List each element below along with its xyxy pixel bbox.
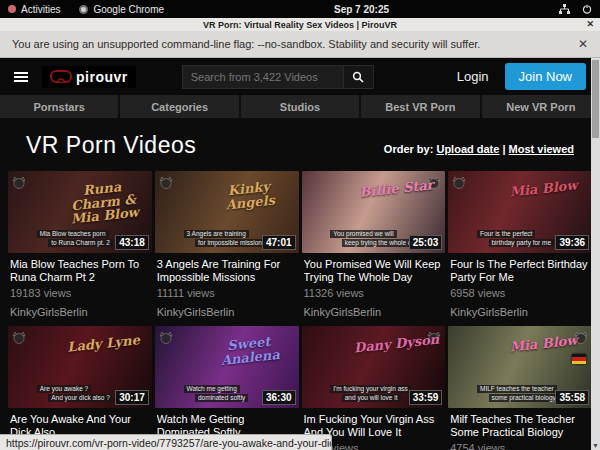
video-duration-badge: 35:58 xyxy=(555,390,589,405)
video-card[interactable]: Mia Blow MILF teaches the teacher some p… xyxy=(448,326,592,450)
video-studio-link[interactable]: KinkyGirlsBerlin xyxy=(450,306,590,318)
video-thumbnail[interactable]: Dany Dyson I'm fucking your virgin ass a… xyxy=(302,326,446,408)
video-duration-badge: 25:03 xyxy=(409,235,443,250)
nav-item-categories[interactable]: Categories xyxy=(120,95,238,118)
video-views: 4754 views xyxy=(450,442,590,450)
site-logo[interactable]: pirouvr xyxy=(42,66,136,88)
clock[interactable]: Sep 7 20:25 xyxy=(169,4,554,15)
video-studio-link[interactable]: KinkyGirlsBerlin xyxy=(10,306,150,318)
video-thumbnail[interactable]: Kinky Angels 3 Angels are training for i… xyxy=(155,171,299,253)
video-thumbnail[interactable]: Mia Blow MILF teaches the teacher some p… xyxy=(448,326,592,408)
thumbnail-caption-line2: for impossible missions xyxy=(195,239,268,247)
order-by-label: Order by: xyxy=(384,143,434,155)
order-link-most-viewed[interactable]: Most viewed xyxy=(509,143,574,155)
video-studio-link[interactable]: KinkyGirlsBerlin xyxy=(304,306,444,318)
order-by-controls: Order by: Upload date | Most viewed xyxy=(384,143,574,155)
thumbnail-caption-line2: and you will love it xyxy=(342,394,401,402)
warning-message: You are using an unsupported command-lin… xyxy=(12,38,480,50)
warning-close-icon[interactable]: ✕ xyxy=(578,37,588,51)
page-title: VR Porn Videos xyxy=(26,132,196,159)
thumbnail-overlay-name: Dany Dyson xyxy=(352,333,442,356)
tab-title: VR Porn: Virtual Reality Sex Videos | Pi… xyxy=(203,20,397,30)
chrome-icon xyxy=(79,5,88,14)
video-title-link[interactable]: Milf Teaches The Teacher Some Practical … xyxy=(450,413,590,439)
video-views: 19183 views xyxy=(10,287,150,299)
network-icon[interactable] xyxy=(559,4,570,14)
studio-watermark-icon xyxy=(12,175,26,193)
activities-button[interactable]: Activities xyxy=(8,4,60,15)
system-top-bar: Activities Google Chrome Sep 7 20:25 xyxy=(0,0,600,18)
nav-item-best-vr-porn[interactable]: Best VR Porn xyxy=(361,95,479,118)
studio-watermark-icon xyxy=(452,175,466,193)
activities-indicator-icon xyxy=(8,5,16,13)
thumbnail-caption-line1: Mia Blow teaches porn xyxy=(37,230,109,238)
video-card[interactable]: Mia Blow Four is the perfect birthday pa… xyxy=(448,171,592,318)
video-card[interactable]: Lady Lyne Are you awake ? And your dick … xyxy=(8,326,152,450)
thumbnail-caption-line2: to Runa Charm pt. 2 xyxy=(48,239,113,247)
thumbnail-caption-line1: Four is the perfect xyxy=(477,230,535,238)
video-thumbnail[interactable]: Sweet Analena Watch me getting dominated… xyxy=(155,326,299,408)
video-card[interactable]: Kinky Angels 3 Angels are training for i… xyxy=(155,171,299,318)
app-menu-label: Google Chrome xyxy=(93,4,164,15)
video-card[interactable]: Sweet Analena Watch me getting dominated… xyxy=(155,326,299,450)
video-title-link[interactable]: Mia Blow Teaches Porn To Runa Charm Pt 2 xyxy=(10,258,150,284)
thumbnail-overlay-name: Mia Blow xyxy=(498,333,588,356)
menu-icon[interactable] xyxy=(14,72,28,82)
video-title-link[interactable]: You Promised We Will Keep Trying The Who… xyxy=(304,258,444,284)
studio-watermark-icon xyxy=(159,175,173,193)
order-separator: | xyxy=(499,143,508,155)
vr-headset-icon xyxy=(50,70,72,83)
video-views: 6958 views xyxy=(450,287,590,299)
video-title-link[interactable]: Four Is The Perfect Birthday Party For M… xyxy=(450,258,590,284)
browser-tab-bar: VR Porn: Virtual Reality Sex Videos | Pi… xyxy=(0,18,600,31)
tab-close-icon[interactable]: ✕ xyxy=(586,18,594,31)
video-views: 11111 views xyxy=(157,287,297,299)
video-thumbnail[interactable]: Billie Star You promised we will keep tr… xyxy=(302,171,446,253)
search-icon xyxy=(352,71,364,83)
scroll-down-arrow-icon[interactable]: ▼ xyxy=(591,441,600,450)
video-thumbnail[interactable]: Runa Charm & Mia Blow Mia Blow teaches p… xyxy=(8,171,152,253)
nav-item-studios[interactable]: Studios xyxy=(241,95,359,118)
order-link-upload-date[interactable]: Upload date xyxy=(436,143,499,155)
page-scrollbar[interactable]: ▼ xyxy=(591,58,600,450)
video-duration-badge: 33:59 xyxy=(409,390,443,405)
search-button[interactable] xyxy=(344,65,374,89)
thumbnail-caption-line1: Are you awake ? xyxy=(37,385,91,393)
status-url-tooltip: https://pirouvr.com/vr-porn-video/779325… xyxy=(0,434,332,450)
video-thumbnail[interactable]: Lady Lyne Are you awake ? And your dick … xyxy=(8,326,152,408)
search-input[interactable] xyxy=(182,65,344,89)
app-menu-google-chrome[interactable]: Google Chrome xyxy=(79,4,164,15)
nav-item-new-vr-porn[interactable]: New VR Porn xyxy=(482,95,600,118)
power-icon[interactable] xyxy=(582,4,592,14)
join-now-button[interactable]: Join Now xyxy=(505,63,586,90)
video-duration-badge: 43:18 xyxy=(115,235,149,250)
video-card[interactable]: Runa Charm & Mia Blow Mia Blow teaches p… xyxy=(8,171,152,318)
scrollbar-thumb[interactable] xyxy=(592,60,599,138)
thumbnail-overlay-name: Kinky Angels xyxy=(204,178,295,214)
video-duration-badge: 36:30 xyxy=(262,390,296,405)
login-link[interactable]: Login xyxy=(457,69,489,84)
video-duration-badge: 30:17 xyxy=(115,390,149,405)
nav-item-pornstars[interactable]: Pornstars xyxy=(0,95,118,118)
thumbnail-caption-line1: 3 Angels are training xyxy=(184,230,249,238)
video-duration-badge: 39:36 xyxy=(555,235,589,250)
thumbnail-overlay-name: Mia Blow xyxy=(498,178,588,201)
studio-watermark-icon xyxy=(12,330,26,348)
video-thumbnail[interactable]: Mia Blow Four is the perfect birthday pa… xyxy=(448,171,592,253)
video-studio-link[interactable]: KinkyGirlsBerlin xyxy=(157,306,297,318)
german-flag-icon xyxy=(572,354,586,364)
thumbnail-overlay-name: Sweet Analena xyxy=(204,333,295,369)
studio-watermark-icon xyxy=(159,330,173,348)
sandbox-warning-bar: You are using an unsupported command-lin… xyxy=(0,31,600,58)
activities-label: Activities xyxy=(21,4,60,15)
video-grid: Runa Charm & Mia Blow Mia Blow teaches p… xyxy=(0,165,600,450)
video-card[interactable]: Dany Dyson I'm fucking your virgin ass a… xyxy=(302,326,446,450)
thumbnail-overlay-name: Lady Lyne xyxy=(58,333,148,356)
thumbnail-caption-line2: birthday party for me xyxy=(489,239,555,247)
thumbnail-caption-line2: And your dick also ? xyxy=(48,394,113,402)
thumbnail-caption-line2: dominated softly xyxy=(195,394,248,402)
video-title-link[interactable]: 3 Angels Are Training For Impossible Mis… xyxy=(157,258,297,284)
thumbnail-caption-line1: You promised we will xyxy=(330,230,396,238)
thumbnail-caption-line2: some practical biology xyxy=(489,394,559,402)
video-card[interactable]: Billie Star You promised we will keep tr… xyxy=(302,171,446,318)
